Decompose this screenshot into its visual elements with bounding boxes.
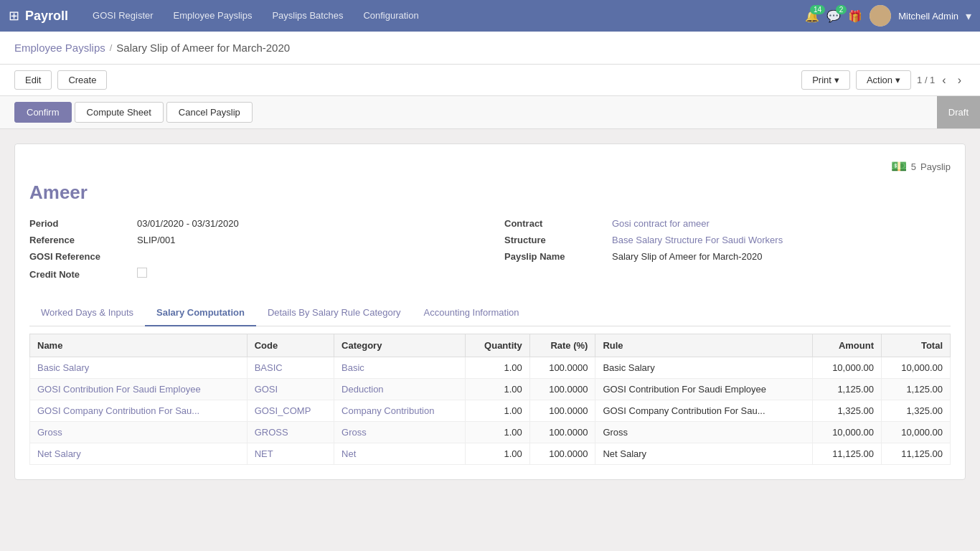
money-icon: 💵 [891,159,907,174]
cell-rule: GOSI Contribution For Saudi Employee [595,379,813,400]
gosi-ref-label: GOSI Reference [29,251,130,262]
cell-amount: 1,125.00 [813,379,882,400]
link-code[interactable]: BASIC [255,362,283,373]
app-logo[interactable]: ⊞ Payroll [9,8,68,24]
menu-payslips-batches[interactable]: Payslips Batches [262,0,353,32]
confirm-button[interactable]: Confirm [14,102,72,123]
top-right-actions: 🔔 14 💬 2 🎁 Mitchell Admin ▾ [805,5,971,27]
cell-rate: 100.0000 [529,357,595,379]
cell-code: NET [247,443,334,465]
contract-link[interactable]: Gosi contract for ameer [612,218,710,229]
breadcrumb-current: Salary Slip of Ameer for March-2020 [116,42,290,54]
payslip-name-row: Payslip Name Salary Slip of Ameer for Ma… [504,251,951,262]
create-button[interactable]: Create [57,70,107,90]
link-code[interactable]: GOSI_COMP [255,405,311,416]
cancel-payslip-button[interactable]: Cancel Payslip [166,102,253,123]
link-category[interactable]: Deduction [341,384,384,395]
reference-row: Reference SLIP/001 [29,235,476,245]
top-menu: GOSI Register Employee Payslips Payslips… [83,0,805,32]
link-category[interactable]: Gross [341,427,367,438]
link-name[interactable]: Gross [37,427,62,438]
tabs: Worked Days & Inputs Salary Computation … [29,300,951,326]
link-code[interactable]: GOSI [255,384,278,395]
link-code[interactable]: GROSS [255,427,288,438]
cell-amount: 10,000.00 [813,357,882,379]
pagination-text: 1 / 1 [917,75,935,85]
link-category[interactable]: Net [341,448,356,459]
link-name[interactable]: GOSI Company Contribution For Sau... [37,405,199,416]
notification-bell[interactable]: 🔔 14 [805,9,819,23]
link-category[interactable]: Company Contribution [341,405,434,416]
cell-quantity: 1.00 [466,400,530,422]
breadcrumb-parent[interactable]: Employee Payslips [14,42,105,54]
payslip-counter-inner[interactable]: 💵 5 Payslip [891,159,951,174]
action-dropdown-icon: ▾ [895,75,900,85]
structure-link[interactable]: Base Salary Structure For Saudi Workers [612,235,783,245]
cell-amount: 10,000.00 [813,422,882,443]
chat-icon-wrap[interactable]: 💬 2 [826,9,841,23]
cell-amount: 11,125.00 [813,443,882,465]
reference-label: Reference [29,235,130,245]
cell-total: 10,000.00 [881,357,950,379]
tab-details-by-category[interactable]: Details By Salary Rule Category [256,300,413,326]
cell-rule: Gross [595,422,813,443]
structure-row: Structure Base Salary Structure For Saud… [504,235,951,245]
cell-code: GOSI_COMP [247,400,334,422]
pagination: 1 / 1 ‹ › [917,72,966,88]
cell-category: Company Contribution [334,400,466,422]
tab-worked-days[interactable]: Worked Days & Inputs [29,300,145,326]
link-category[interactable]: Basic [341,362,364,373]
table-row: GOSI Contribution For Saudi EmployeeGOSI… [30,379,951,400]
link-code[interactable]: NET [255,448,273,459]
main-content: 💵 5 Payslip Ameer Period 03/01/2020 - 03… [0,129,980,494]
cell-rate: 100.0000 [529,379,595,400]
cell-name: Basic Salary [30,357,248,379]
action-button[interactable]: Action ▾ [856,70,911,90]
top-navigation: ⊞ Payroll GOSI Register Employee Payslip… [0,0,980,32]
cell-category: Deduction [334,379,466,400]
cell-name: Gross [30,422,248,443]
admin-dropdown-icon[interactable]: ▾ [966,9,971,23]
cell-rule: Basic Salary [595,357,813,379]
cell-quantity: 1.00 [466,379,530,400]
cell-quantity: 1.00 [466,422,530,443]
tab-accounting-info[interactable]: Accounting Information [413,300,531,326]
structure-label: Structure [504,235,605,245]
link-name[interactable]: Basic Salary [37,362,89,373]
payslip-count: 5 [911,161,916,172]
menu-employee-payslips[interactable]: Employee Payslips [164,0,263,32]
payslip-label: Payslip [920,161,951,172]
link-name[interactable]: GOSI Contribution For Saudi Employee [37,384,201,395]
next-page-button[interactable]: › [953,72,966,88]
credit-note-checkbox[interactable] [137,268,147,278]
menu-gosi-register[interactable]: GOSI Register [83,0,164,32]
compute-sheet-button[interactable]: Compute Sheet [75,102,164,123]
contract-row: Contract Gosi contract for ameer [504,218,951,229]
breadcrumb-separator: / [110,42,113,53]
edit-button[interactable]: Edit [14,70,52,90]
link-name[interactable]: Net Salary [37,448,81,459]
menu-configuration[interactable]: Configuration [353,0,428,32]
cell-category: Basic [334,357,466,379]
payslip-card: 💵 5 Payslip Ameer Period 03/01/2020 - 03… [14,143,966,480]
col-code: Code [247,334,334,357]
action-label: Action [867,75,892,85]
cell-rate: 100.0000 [529,443,595,465]
app-name: Payroll [25,9,68,24]
prev-page-button[interactable]: ‹ [938,72,950,88]
col-amount: Amount [813,334,882,357]
salary-computation-table: Name Code Category Quantity Rate (%) Rul… [29,334,951,465]
cell-category: Net [334,443,466,465]
print-button[interactable]: Print ▾ [801,70,850,90]
tab-salary-computation[interactable]: Salary Computation [145,300,256,326]
notif-badge: 14 [810,5,825,14]
cell-code: BASIC [247,357,334,379]
cell-name: GOSI Company Contribution For Sau... [30,400,248,422]
gift-icon[interactable]: 🎁 [848,9,862,23]
period-row: Period 03/01/2020 - 03/31/2020 [29,218,476,229]
admin-label[interactable]: Mitchell Admin [898,11,958,22]
cell-amount: 1,325.00 [813,400,882,422]
print-label: Print [812,75,831,85]
avatar[interactable] [870,5,891,27]
cell-rate: 100.0000 [529,422,595,443]
